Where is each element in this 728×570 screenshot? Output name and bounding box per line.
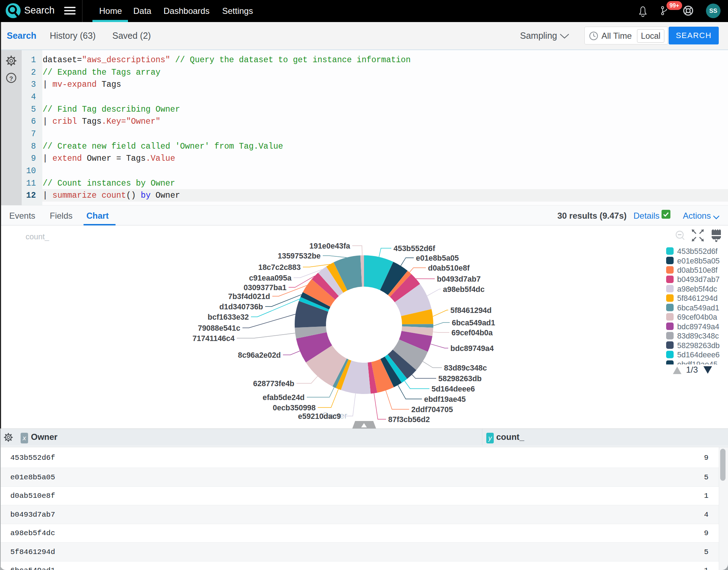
- svg-text:0309377ba1: 0309377ba1: [243, 283, 287, 292]
- svg-text:bcf1633e32: bcf1633e32: [208, 313, 249, 321]
- svg-text:8c96a2e02d: 8c96a2e02d: [238, 351, 281, 359]
- svg-text:87f3cb56d2: 87f3cb56d2: [388, 415, 430, 424]
- svg-text:79088e541c: 79088e541c: [198, 324, 240, 332]
- svg-text:13597532be: 13597532be: [278, 252, 321, 260]
- svg-text:71741146c4: 71741146c4: [193, 334, 235, 343]
- svg-text:83d89c348c: 83d89c348c: [444, 364, 487, 372]
- svg-text:?: ?: [9, 75, 13, 82]
- svg-text:e01e8b5a05: e01e8b5a05: [416, 254, 459, 262]
- svg-text:e59210dac9: e59210dac9: [298, 412, 341, 421]
- svg-text:b0493d7ab7: b0493d7ab7: [437, 275, 481, 283]
- svg-text:18c7c2c883: 18c7c2c883: [258, 263, 301, 272]
- svg-text:69cef04b0a: 69cef04b0a: [451, 329, 493, 337]
- svg-text:69cef04b0a: 69cef04b0a: [677, 313, 717, 321]
- svg-text:6bca549ad1: 6bca549ad1: [452, 319, 495, 327]
- svg-text:83d89c348c: 83d89c348c: [677, 332, 719, 340]
- svg-text:5f8461294d: 5f8461294d: [450, 306, 492, 315]
- svg-text:191e0e43fa: 191e0e43fa: [309, 242, 350, 250]
- svg-text:7b3f4d021d: 7b3f4d021d: [228, 292, 270, 301]
- svg-text:5f8461294d: 5f8461294d: [677, 294, 718, 303]
- svg-text:a98eb5f4dc: a98eb5f4dc: [677, 285, 717, 293]
- svg-text:6bca549ad1: 6bca549ad1: [677, 304, 719, 312]
- svg-text:ebdf19ae45: ebdf19ae45: [424, 395, 466, 404]
- svg-text:bdc89749a4: bdc89749a4: [677, 323, 719, 331]
- svg-text:0ecb350998: 0ecb350998: [273, 404, 316, 412]
- svg-text:d0ab510e8f: d0ab510e8f: [677, 266, 718, 275]
- svg-text:d1d340736b: d1d340736b: [219, 303, 263, 311]
- svg-text:bdc89749a4: bdc89749a4: [450, 344, 494, 353]
- svg-text:efab5de24d: efab5de24d: [263, 393, 305, 402]
- svg-text:453b552d6f: 453b552d6f: [394, 244, 435, 253]
- svg-text:5d164deee6: 5d164deee6: [432, 385, 475, 393]
- svg-text:5d164deee6: 5d164deee6: [677, 351, 720, 359]
- svg-text:628773fe4b: 628773fe4b: [253, 379, 294, 388]
- svg-text:c91eaa095a: c91eaa095a: [249, 274, 292, 282]
- svg-text:a98eb5f4dc: a98eb5f4dc: [443, 285, 485, 294]
- svg-text:453b552d6f: 453b552d6f: [677, 247, 718, 256]
- svg-text:e01e8b5a05: e01e8b5a05: [677, 257, 720, 265]
- svg-text:d0ab510e8f: d0ab510e8f: [428, 264, 470, 272]
- svg-text:b0493d7ab7: b0493d7ab7: [677, 275, 720, 284]
- svg-text:2ddf704705: 2ddf704705: [411, 405, 453, 414]
- svg-text:58298263db: 58298263db: [677, 341, 720, 350]
- svg-text:58298263db: 58298263db: [438, 374, 482, 383]
